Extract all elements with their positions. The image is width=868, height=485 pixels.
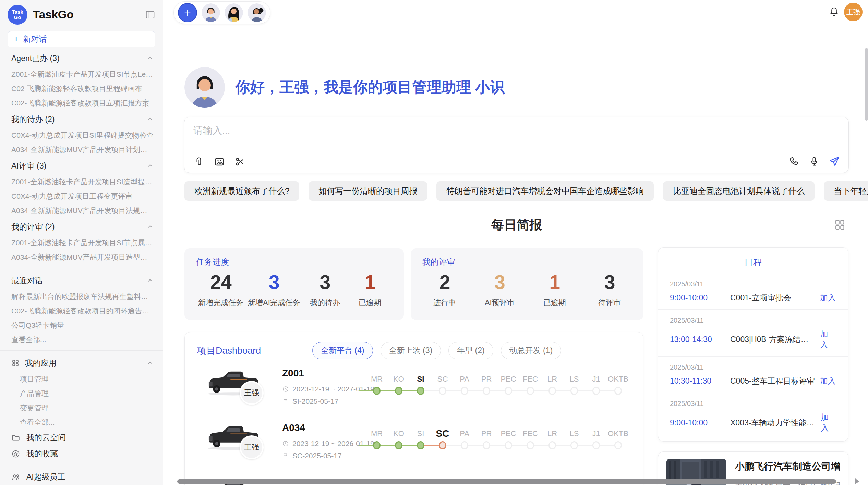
chevron-up-icon: [146, 277, 154, 284]
filter-pill[interactable]: 全新平台 (4): [312, 342, 373, 359]
view-all-chats[interactable]: 查看全部...: [0, 333, 163, 347]
section-my-apps[interactable]: 我的应用: [0, 354, 163, 372]
collapse-sidebar-icon[interactable]: [145, 10, 155, 20]
milestone-dot: [461, 441, 468, 449]
attachment-icon[interactable]: [193, 156, 204, 167]
section-my-todo[interactable]: 我的待办 (2): [0, 110, 163, 128]
scroll-right-arrow[interactable]: [855, 478, 859, 484]
app-item-change[interactable]: 变更管理: [0, 401, 163, 415]
app-title: TaskGo: [33, 8, 145, 21]
stat-pending: 3待评审: [589, 271, 630, 308]
greeting-block: 你好，王强，我是你的项目管理助理 小识: [184, 67, 505, 108]
event-time: 13:00-14:30: [670, 335, 730, 344]
list-item[interactable]: A034-全新新能源MUV产品开发项目计划变更表编写: [0, 142, 163, 157]
list-item[interactable]: C02-飞腾新能源轻客改款项目的闭环通告反馈情况: [0, 304, 163, 318]
owner-badge: 王强: [240, 381, 264, 405]
milestone-dot: [548, 387, 556, 395]
join-link[interactable]: 加入: [815, 376, 836, 386]
user-avatar[interactable]: 王强: [844, 3, 863, 21]
notifications-bell-icon[interactable]: [828, 6, 840, 18]
stat-my-todo: 3我的待办: [305, 271, 345, 308]
voice-call-icon[interactable]: [789, 156, 800, 167]
list-item[interactable]: C02-飞腾新能源轻客改款项目立项汇报方案: [0, 96, 163, 110]
table-row[interactable]: 王强 Z001 2023-12-19 ~ 2027-01-19 SI-2025-…: [185, 365, 643, 420]
user-initials: 王强: [846, 8, 860, 17]
filter-pill[interactable]: 年型 (2): [448, 342, 493, 359]
chat-input[interactable]: [193, 124, 742, 148]
image-upload-icon[interactable]: [214, 156, 225, 167]
daily-briefing-header: 每日简报: [184, 216, 849, 234]
apps-grid-icon: [11, 359, 20, 367]
section-recent-chats[interactable]: 最近对话: [0, 272, 163, 289]
suggestion-chip[interactable]: 比亚迪全固态电池计划具体说了什么: [663, 181, 815, 201]
list-item[interactable]: C0X4-动力总成开发项目工程变更评审: [0, 189, 163, 203]
event-name: C003|H0B-方案冻结评审: [730, 334, 816, 345]
milestone-dot: [505, 387, 512, 395]
vertical-scrollbar-thumb[interactable]: [865, 48, 868, 121]
suggestion-chip[interactable]: 欧洲新规最近颁布了什么?: [184, 181, 299, 201]
avatar[interactable]: [202, 3, 220, 22]
section-ai-review[interactable]: AI评审 (3): [0, 157, 163, 175]
sidebar-item-ai-super-staff[interactable]: AI超级员工: [0, 469, 163, 485]
layout-grid-icon[interactable]: [833, 218, 847, 232]
filter-pill[interactable]: 动总开发 (1): [501, 342, 562, 359]
join-link[interactable]: 加入: [816, 412, 836, 433]
dashboard-title: 项目Dashboard: [197, 345, 261, 357]
avatar[interactable]: [248, 3, 266, 22]
schedule-event: 2025/03/11 10:30-11:30 C005-整车工程目标评审 加入: [658, 356, 848, 393]
milestone-dot: [417, 387, 424, 395]
stat-overdue: 1已逾期: [350, 271, 390, 308]
suggestion-chip[interactable]: 当下年轻人对汽车外观有怎样的喜好趋势: [824, 181, 868, 201]
microphone-icon[interactable]: [809, 156, 820, 167]
milestone-dot: [505, 441, 512, 449]
app-item-project[interactable]: 项目管理: [0, 372, 163, 386]
list-item[interactable]: Z001-全新燃油皮卡产品开发项目SI节点Lesson Learn报告: [0, 67, 163, 82]
event-time: 9:00-10:00: [670, 418, 730, 427]
star-badge-icon: [11, 449, 20, 458]
list-item[interactable]: Z001-全新燃油轻卡产品开发项目SI造型提交物评审: [0, 175, 163, 189]
milestone-dot: [614, 441, 622, 449]
milestone-dot: [461, 387, 468, 395]
section-agent-done[interactable]: Agent已办 (3): [0, 49, 163, 67]
new-chat-button[interactable]: + 新对话: [8, 31, 155, 47]
table-row[interactable]: 王强 A034 2023-12-19 ~ 2026-01-19 SC-2025-…: [185, 420, 643, 474]
list-item[interactable]: A034-全新新能源MUV产品开发项目造型可行性评审: [0, 250, 163, 264]
news-title: 小鹏飞行汽车制造公司增资: [735, 460, 840, 473]
milestone-dot: [439, 387, 446, 395]
list-item[interactable]: 解释最新出台的欧盟报废车法规再生塑料比例被调至15%...: [0, 289, 163, 304]
sidebar-item-cloud-space[interactable]: 我的云空间: [0, 430, 163, 446]
sidebar-item-favorites[interactable]: 我的收藏: [0, 446, 163, 462]
list-item[interactable]: C02-飞腾新能源轻客改款项目里程碑画布: [0, 82, 163, 96]
list-item[interactable]: C0X4-动力总成开发项目SI里程碑提交物检查: [0, 128, 163, 142]
avatar[interactable]: [225, 3, 243, 22]
list-item[interactable]: 公司Q3轻卡销量: [0, 318, 163, 333]
send-icon[interactable]: [829, 156, 840, 167]
stat-in-progress: 2进行中: [424, 271, 465, 308]
suggestion-chip[interactable]: 特朗普可能对进口汽车增税会对中国车企造成哪些影响: [436, 181, 654, 201]
view-all-apps[interactable]: 查看全部...: [0, 415, 163, 430]
users-icon: [11, 473, 20, 482]
milestone-dot: [527, 441, 534, 449]
folder-icon: [11, 433, 20, 442]
suggestion-chips: 欧洲新规最近颁布了什么? 如何写一份清晰的项目周报 特朗普可能对进口汽车增税会对…: [184, 181, 868, 201]
my-review-card: 我的评审 2进行中 3AI预评审 1已逾期 3待评审: [411, 248, 643, 320]
app-item-product[interactable]: 产品管理: [0, 386, 163, 401]
clock-icon: [282, 386, 289, 393]
list-item[interactable]: Z001-全新燃油轻卡产品开发项目SI节点属性5D文件评审: [0, 236, 163, 250]
add-contact-button[interactable]: +: [178, 3, 197, 22]
section-my-review[interactable]: 我的评审 (2): [0, 218, 163, 236]
screenshot-scissors-icon[interactable]: [234, 156, 245, 167]
assistant-avatar: [184, 67, 225, 108]
milestone-dot: [395, 441, 402, 449]
task-progress-card: 任务进度 24新增完成任务 3新增AI完成任务 3我的待办 1已逾期: [184, 248, 404, 320]
suggestion-chip[interactable]: 如何写一份清晰的项目周报: [309, 181, 427, 201]
join-link[interactable]: 加入: [815, 293, 836, 303]
logo-line2: Go: [14, 15, 21, 20]
schedule-card: 日程 2025/03/11 9:00-10:00 C001-立项审批会 加入 2…: [658, 247, 848, 442]
event-date: 2025/03/11: [670, 363, 836, 371]
join-link[interactable]: 加入: [816, 329, 836, 350]
list-item[interactable]: A034-全新新能源MUV产品开发项目法规符合性评审: [0, 203, 163, 218]
sidebar: Task Go TaskGo + 新对话 Agent已办 (3) Z001-全新…: [0, 0, 163, 485]
filter-pill[interactable]: 全新上装 (3): [381, 342, 441, 359]
horizontal-scrollbar-thumb[interactable]: [177, 479, 836, 484]
